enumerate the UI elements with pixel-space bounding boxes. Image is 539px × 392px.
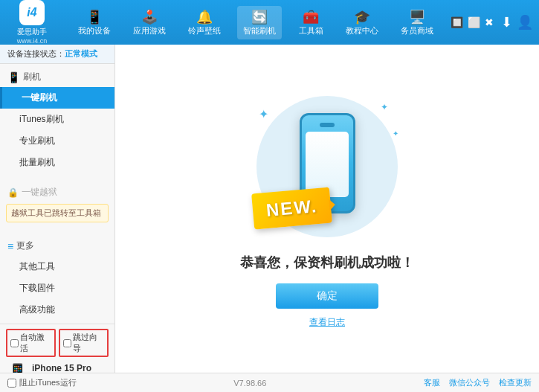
nav-item-tutorial[interactable]: 🎓 教程中心 bbox=[340, 6, 384, 39]
flash-category-label: 刷机 bbox=[23, 71, 41, 83]
window-max-icon[interactable]: ⬜ bbox=[468, 16, 480, 28]
success-text: 恭喜您，保资料刷机成功啦！ bbox=[240, 254, 414, 271]
sparkle-icon-2: ✦ bbox=[381, 102, 388, 112]
footer-left: 阻止iTunes运行 bbox=[7, 377, 77, 388]
logo-icon: i4 bbox=[19, 0, 45, 25]
nav-icon-apps: 🕹️ bbox=[141, 9, 158, 25]
download-icon[interactable]: ⬇ bbox=[501, 14, 512, 30]
device-name: iPhone 15 Pro Max bbox=[32, 363, 107, 373]
header: i4 爱思助手 www.i4.cn 📱 我的设备 🕹️ 应用游戏 🔔 铃声壁纸 … bbox=[0, 0, 539, 45]
sparkle-icon-1: ✦ bbox=[259, 107, 268, 121]
sidebar-item-batch-flash[interactable]: 批量刷机 bbox=[0, 152, 114, 173]
user-icon[interactable]: 👤 bbox=[517, 14, 533, 30]
more-category-label: 更多 bbox=[16, 240, 34, 252]
nav-icon-smart-flash: 🔄 bbox=[251, 9, 268, 25]
header-actions: 🔲 ⬜ ✖ ⬇ 👤 bbox=[451, 14, 533, 30]
sidebar-item-pro-flash[interactable]: 专业刷机 bbox=[0, 130, 114, 152]
sidebar: 设备连接状态：正常模式 📱 刷机 一键刷机 iTunes刷机 专业刷机 批量刷机 bbox=[0, 45, 115, 373]
nav-icon-tutorial: 🎓 bbox=[354, 9, 370, 25]
sidebar-status-bar: 设备连接状态：正常模式 bbox=[0, 45, 114, 64]
lock-icon: 🔒 bbox=[7, 187, 19, 198]
sidebar-notice: 越狱工具已跳转至工具箱 bbox=[6, 204, 109, 222]
nav-label-smart-flash: 智能刷机 bbox=[243, 25, 276, 36]
nav-label-service: 务员商域 bbox=[401, 25, 433, 36]
sidebar-section-more: ≡ 更多 其他工具 下载固件 高级功能 bbox=[0, 233, 114, 324]
auto-activate-label: 自动激活 bbox=[20, 332, 51, 354]
phone-illustration: NEW. ✦ ✦ ✦ bbox=[245, 89, 409, 245]
sidebar-category-more: ≡ 更多 bbox=[0, 236, 114, 256]
sidebar-item-download-firmware[interactable]: 下载固件 bbox=[0, 277, 114, 299]
nav-label-toolbox: 工具箱 bbox=[299, 25, 323, 36]
footer-link-wechat[interactable]: 微信公众号 bbox=[449, 377, 490, 388]
nav-label-my-device: 我的设备 bbox=[78, 25, 111, 36]
sidebar-item-advanced[interactable]: 高级功能 bbox=[0, 299, 114, 321]
footer-links: 客服 微信公众号 检查更新 bbox=[424, 377, 532, 388]
nav-icon-ringtone: 🔔 bbox=[196, 9, 213, 25]
itunes-checkbox[interactable] bbox=[7, 379, 16, 388]
logo-text: 爱思助手 bbox=[17, 27, 47, 37]
skip-guide-checkbox-wrapper[interactable]: 跳过向导 bbox=[59, 329, 109, 357]
footer-link-customer[interactable]: 客服 bbox=[424, 377, 440, 388]
jailbreak-label: 一键越狱 bbox=[22, 186, 57, 199]
footer-version: V7.98.66 bbox=[233, 379, 266, 388]
skip-guide-label: 跳过向导 bbox=[73, 332, 104, 354]
status-value: 正常模式 bbox=[65, 49, 97, 58]
checkbox-row: 自动激活 跳过向导 bbox=[6, 329, 109, 357]
nav-item-my-device[interactable]: 📱 我的设备 bbox=[72, 6, 117, 39]
nav-label-apps: 应用游戏 bbox=[133, 25, 166, 36]
window-min-icon[interactable]: 🔲 bbox=[451, 16, 463, 28]
logo: i4 爱思助手 www.i4.cn bbox=[6, 0, 58, 45]
log-link[interactable]: 查看日志 bbox=[309, 316, 345, 329]
sidebar-category-flash: 📱 刷机 bbox=[0, 67, 114, 87]
device-info: 📱 iPhone 15 Pro Max 512GB iPhone bbox=[6, 362, 109, 373]
phone-camera bbox=[320, 123, 335, 127]
sidebar-item-itunes-flash[interactable]: iTunes刷机 bbox=[0, 109, 114, 130]
sidebar-item-one-key-flash[interactable]: 一键刷机 bbox=[0, 87, 114, 109]
nav-item-smart-flash[interactable]: 🔄 智能刷机 bbox=[237, 6, 282, 39]
auto-activate-checkbox-wrapper[interactable]: 自动激活 bbox=[6, 329, 56, 357]
nav-item-apps[interactable]: 🕹️ 应用游戏 bbox=[127, 6, 172, 39]
nav-icon-my-device: 📱 bbox=[86, 9, 103, 25]
device-details: iPhone 15 Pro Max 512GB iPhone bbox=[32, 363, 107, 373]
main-area: 设备连接状态：正常模式 📱 刷机 一键刷机 iTunes刷机 专业刷机 批量刷机 bbox=[0, 45, 539, 373]
sidebar-section-jailbreak: 🔒 一键越狱 越狱工具已跳转至工具箱 bbox=[0, 179, 114, 230]
nav-bar: 📱 我的设备 🕹️ 应用游戏 🔔 铃声壁纸 🔄 智能刷机 🧰 工具箱 🎓 教程中… bbox=[67, 6, 445, 39]
nav-item-toolbox[interactable]: 🧰 工具箱 bbox=[293, 6, 329, 39]
more-category-icon: ≡ bbox=[7, 240, 13, 252]
nav-label-ringtone: 铃声壁纸 bbox=[188, 25, 221, 36]
footer-link-update[interactable]: 检查更新 bbox=[499, 377, 532, 388]
new-badge: NEW. bbox=[251, 187, 332, 230]
auto-activate-checkbox[interactable] bbox=[10, 339, 19, 347]
nav-icon-service: 🖥️ bbox=[409, 9, 425, 25]
new-badge-text: NEW. bbox=[265, 196, 318, 220]
content-area: NEW. ✦ ✦ ✦ 恭喜您，保资料刷机成功啦！ 确定 查看日志 bbox=[115, 45, 539, 373]
status-label: 设备连接状态： bbox=[7, 49, 65, 58]
nav-icon-toolbox: 🧰 bbox=[303, 9, 319, 25]
window-close-icon[interactable]: ✖ bbox=[485, 16, 494, 28]
skip-guide-checkbox[interactable] bbox=[63, 339, 71, 347]
nav-item-service[interactable]: 🖥️ 务员商域 bbox=[395, 6, 439, 39]
nav-label-tutorial: 教程中心 bbox=[346, 25, 378, 36]
sidebar-section-flash: 📱 刷机 一键刷机 iTunes刷机 专业刷机 批量刷机 bbox=[0, 64, 114, 176]
itunes-label: 阻止iTunes运行 bbox=[19, 377, 77, 388]
device-phone-icon: 📱 bbox=[7, 363, 28, 373]
sidebar-item-other-tools[interactable]: 其他工具 bbox=[0, 256, 114, 277]
device-checkbox-area: 自动激活 跳过向导 📱 iPhone 15 Pro Max 512GB iPho… bbox=[0, 324, 114, 373]
confirm-button[interactable]: 确定 bbox=[276, 283, 378, 309]
logo-url: www.i4.cn bbox=[17, 37, 48, 45]
sidebar-category-jailbreak: 🔒 一键越狱 bbox=[0, 182, 114, 202]
flash-category-icon: 📱 bbox=[7, 71, 20, 83]
sparkle-icon-3: ✦ bbox=[393, 129, 398, 138]
footer-bar: 阻止iTunes运行 V7.98.66 客服 微信公众号 检查更新 bbox=[0, 373, 539, 392]
nav-item-ringtone[interactable]: 🔔 铃声壁纸 bbox=[182, 6, 227, 39]
